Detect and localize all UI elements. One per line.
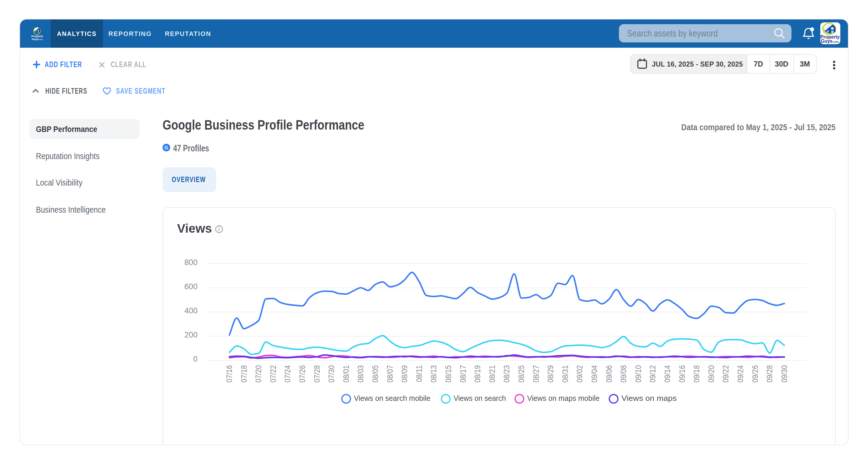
svg-text:09/06: 09/06 [604, 365, 613, 382]
svg-text:07/20: 07/20 [254, 365, 263, 382]
svg-text:09/20: 09/20 [707, 365, 715, 382]
svg-text:07/22: 07/22 [269, 365, 277, 382]
svg-text:08/17: 08/17 [459, 365, 467, 382]
svg-text:800: 800 [184, 258, 197, 267]
svg-text:08/11: 08/11 [414, 365, 424, 382]
svg-text:09/30: 09/30 [780, 365, 788, 382]
svg-text:08/21: 08/21 [488, 365, 496, 382]
svg-text:08/07: 08/07 [385, 365, 394, 382]
svg-text:08/03: 08/03 [356, 365, 365, 382]
svg-text:08/05: 08/05 [371, 365, 379, 382]
svg-text:Views on maps mobile: Views on maps mobile [527, 394, 599, 402]
svg-text:08/19: 08/19 [473, 365, 482, 382]
svg-text:07/26: 07/26 [298, 365, 307, 382]
svg-text:09/08: 09/08 [619, 365, 628, 382]
svg-text:Guys.com: Guys.com [31, 37, 42, 41]
svg-text:08/23: 08/23 [502, 365, 511, 382]
svg-text:09/28: 09/28 [765, 365, 774, 382]
svg-text:07/24: 07/24 [283, 365, 292, 382]
svg-text:09/18: 09/18 [692, 365, 701, 382]
svg-text:G: G [164, 145, 168, 151]
svg-text:08/27: 08/27 [531, 365, 540, 382]
svg-text:09/02: 09/02 [575, 365, 584, 382]
svg-text:09/16: 09/16 [678, 365, 686, 382]
svg-text:07/18: 07/18 [239, 365, 248, 382]
svg-text:08/29: 08/29 [546, 365, 555, 382]
svg-text:07/28: 07/28 [312, 365, 321, 382]
svg-text:08/13: 08/13 [429, 365, 438, 382]
svg-text:08/25: 08/25 [517, 365, 526, 382]
svg-text:08/01: 08/01 [342, 365, 350, 382]
svg-text:Views on search mobile: Views on search mobile [354, 394, 431, 402]
svg-text:0: 0 [193, 354, 197, 363]
svg-text:09/24: 09/24 [736, 365, 745, 382]
svg-text:09/04: 09/04 [590, 365, 598, 382]
svg-text:08/15: 08/15 [444, 365, 453, 382]
svg-text:09/14: 09/14 [663, 365, 672, 382]
svg-text:400: 400 [184, 306, 197, 315]
svg-text:08/09: 08/09 [400, 365, 409, 382]
svg-text:09/10: 09/10 [633, 365, 643, 382]
svg-text:Views: Views [177, 221, 212, 235]
svg-text:09/22: 09/22 [721, 365, 730, 382]
svg-text:Views on maps: Views on maps [621, 394, 677, 402]
svg-text:07/16: 07/16 [225, 365, 234, 382]
svg-text:09/26: 09/26 [750, 365, 760, 382]
svg-text:09/12: 09/12 [648, 365, 657, 382]
svg-text:200: 200 [184, 330, 197, 339]
svg-text:Views on search: Views on search [454, 394, 506, 402]
svg-text:08/31: 08/31 [561, 365, 569, 382]
svg-text:600: 600 [184, 282, 197, 291]
svg-text:07/30: 07/30 [327, 365, 336, 382]
